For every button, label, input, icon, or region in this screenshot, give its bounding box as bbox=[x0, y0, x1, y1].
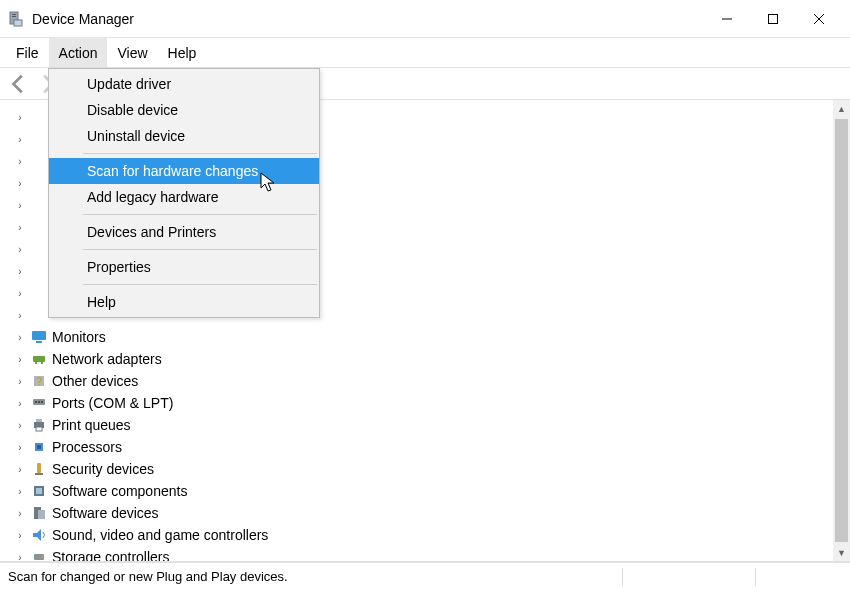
chevron-right-icon[interactable]: › bbox=[14, 178, 26, 189]
svg-marker-30 bbox=[33, 529, 41, 541]
menu-scan-hardware[interactable]: Scan for hardware changes bbox=[49, 158, 319, 184]
tree-label: Print queues bbox=[52, 417, 131, 433]
tree-row-software-components[interactable]: › Software components bbox=[6, 480, 833, 502]
tree-row-other[interactable]: › ? Other devices bbox=[6, 370, 833, 392]
svg-point-17 bbox=[38, 401, 40, 403]
chevron-right-icon[interactable]: › bbox=[14, 244, 26, 255]
menu-devices-printers[interactable]: Devices and Printers bbox=[49, 219, 319, 245]
chevron-right-icon[interactable]: › bbox=[14, 508, 26, 519]
svg-rect-9 bbox=[36, 341, 42, 343]
svg-rect-27 bbox=[36, 488, 42, 494]
tree-label: Software devices bbox=[52, 505, 159, 521]
network-icon bbox=[31, 351, 47, 367]
tree-label: Monitors bbox=[52, 329, 106, 345]
menu-help-item[interactable]: Help bbox=[49, 289, 319, 315]
svg-rect-5 bbox=[769, 14, 778, 23]
monitor-icon bbox=[31, 329, 47, 345]
cpu-icon bbox=[31, 439, 47, 455]
security-icon bbox=[31, 461, 47, 477]
scroll-up-button[interactable]: ▲ bbox=[833, 100, 850, 117]
chevron-right-icon[interactable]: › bbox=[14, 530, 26, 541]
close-button[interactable] bbox=[796, 4, 842, 34]
menu-properties[interactable]: Properties bbox=[49, 254, 319, 280]
svg-rect-1 bbox=[12, 14, 16, 15]
chevron-right-icon[interactable]: › bbox=[14, 288, 26, 299]
printer-icon bbox=[31, 417, 47, 433]
tree-row-storage[interactable]: › Storage controllers bbox=[6, 546, 833, 561]
chevron-right-icon[interactable]: › bbox=[14, 112, 26, 123]
other-device-icon: ? bbox=[31, 373, 47, 389]
svg-point-16 bbox=[35, 401, 37, 403]
ports-icon bbox=[31, 395, 47, 411]
tree-row-print[interactable]: › Print queues bbox=[6, 414, 833, 436]
status-text: Scan for changed or new Plug and Play de… bbox=[8, 569, 616, 584]
chevron-right-icon[interactable]: › bbox=[14, 332, 26, 343]
divider bbox=[755, 568, 756, 586]
window-controls bbox=[704, 4, 842, 34]
sound-icon bbox=[31, 527, 47, 543]
vertical-scrollbar[interactable]: ▲ ▼ bbox=[833, 100, 850, 561]
chevron-right-icon[interactable]: › bbox=[14, 354, 26, 365]
tree-row-sound[interactable]: › Sound, video and game controllers bbox=[6, 524, 833, 546]
menu-action[interactable]: Action bbox=[49, 38, 108, 67]
app-icon bbox=[8, 11, 24, 27]
menu-separator bbox=[83, 214, 317, 215]
chevron-right-icon[interactable]: › bbox=[14, 310, 26, 321]
menu-disable-device[interactable]: Disable device bbox=[49, 97, 319, 123]
component-icon bbox=[31, 483, 47, 499]
menu-uninstall-device[interactable]: Uninstall device bbox=[49, 123, 319, 149]
svg-rect-29 bbox=[38, 510, 45, 519]
svg-point-18 bbox=[41, 401, 43, 403]
tree-row-ports[interactable]: › Ports (COM & LPT) bbox=[6, 392, 833, 414]
tree-label: Processors bbox=[52, 439, 122, 455]
svg-rect-2 bbox=[12, 16, 16, 17]
svg-rect-11 bbox=[35, 362, 37, 364]
tree-label: Software components bbox=[52, 483, 187, 499]
menu-add-legacy[interactable]: Add legacy hardware bbox=[49, 184, 319, 210]
chevron-right-icon[interactable]: › bbox=[14, 376, 26, 387]
chevron-right-icon[interactable]: › bbox=[14, 134, 26, 145]
chevron-right-icon[interactable]: › bbox=[14, 200, 26, 211]
svg-rect-3 bbox=[14, 20, 22, 26]
menu-file[interactable]: File bbox=[6, 38, 49, 67]
tree-label: Sound, video and game controllers bbox=[52, 527, 268, 543]
menubar: File Action View Help bbox=[0, 38, 850, 68]
maximize-button[interactable] bbox=[750, 4, 796, 34]
svg-rect-12 bbox=[41, 362, 43, 364]
svg-rect-10 bbox=[33, 356, 45, 362]
chevron-right-icon[interactable]: › bbox=[14, 266, 26, 277]
menu-help[interactable]: Help bbox=[158, 38, 207, 67]
scroll-thumb[interactable] bbox=[835, 119, 848, 542]
storage-icon bbox=[31, 549, 47, 561]
tree-row-monitors[interactable]: › Monitors bbox=[6, 326, 833, 348]
chevron-right-icon[interactable]: › bbox=[14, 420, 26, 431]
svg-rect-23 bbox=[37, 445, 41, 449]
chevron-right-icon[interactable]: › bbox=[14, 552, 26, 562]
tree-row-processors[interactable]: › Processors bbox=[6, 436, 833, 458]
tree-row-network[interactable]: › Network adapters bbox=[6, 348, 833, 370]
chevron-right-icon[interactable]: › bbox=[14, 398, 26, 409]
chevron-right-icon[interactable]: › bbox=[14, 156, 26, 167]
svg-text:?: ? bbox=[36, 376, 42, 387]
chevron-right-icon[interactable]: › bbox=[14, 442, 26, 453]
svg-rect-25 bbox=[35, 473, 43, 475]
scroll-down-button[interactable]: ▼ bbox=[833, 544, 850, 561]
tree-label: Other devices bbox=[52, 373, 138, 389]
titlebar: Device Manager bbox=[0, 0, 850, 38]
minimize-button[interactable] bbox=[704, 4, 750, 34]
menu-view[interactable]: View bbox=[107, 38, 157, 67]
tree-label: Ports (COM & LPT) bbox=[52, 395, 173, 411]
menu-separator bbox=[83, 249, 317, 250]
chevron-right-icon[interactable]: › bbox=[14, 464, 26, 475]
back-button[interactable] bbox=[8, 73, 30, 95]
menu-separator bbox=[83, 284, 317, 285]
software-device-icon bbox=[31, 505, 47, 521]
chevron-right-icon[interactable]: › bbox=[14, 486, 26, 497]
menu-update-driver[interactable]: Update driver bbox=[49, 71, 319, 97]
tree-row-software-devices[interactable]: › Software devices bbox=[6, 502, 833, 524]
svg-rect-8 bbox=[32, 331, 46, 340]
tree-row-security[interactable]: › Security devices bbox=[6, 458, 833, 480]
svg-point-32 bbox=[41, 556, 43, 558]
chevron-right-icon[interactable]: › bbox=[14, 222, 26, 233]
svg-rect-21 bbox=[36, 427, 42, 431]
